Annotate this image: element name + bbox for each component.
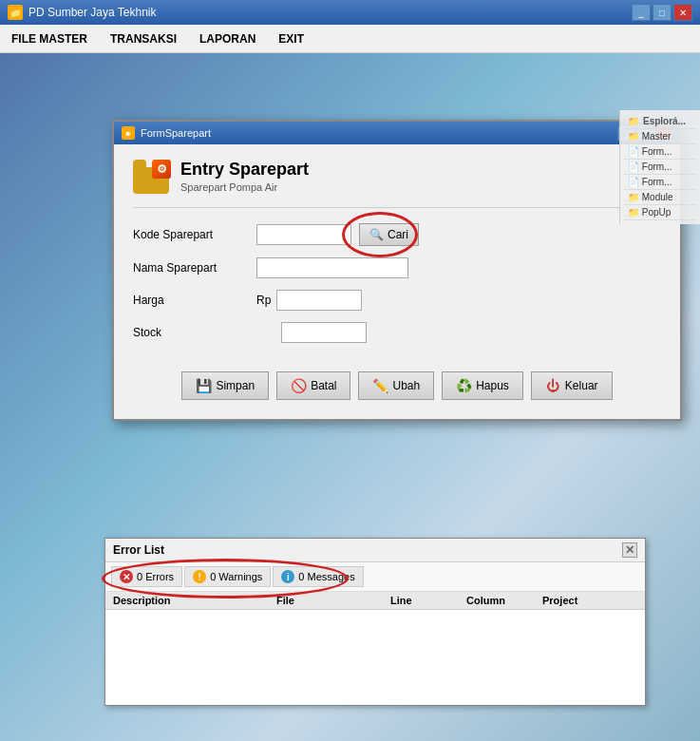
menu-exit[interactable]: EXIT [274, 30, 308, 48]
gear-icon: ⚙ [152, 160, 171, 179]
harga-label: Harga [133, 294, 256, 307]
nama-input[interactable] [256, 257, 408, 278]
col-column: Column [466, 595, 542, 606]
dialog-title: FormSparepart [141, 127, 211, 139]
stock-label: Stock [133, 326, 256, 339]
messages-icon: i [281, 570, 294, 583]
kode-input[interactable] [256, 224, 351, 245]
error-table-body [105, 610, 645, 705]
window-controls: _ □ ✕ [632, 4, 692, 21]
form-subheading: Sparepart Pompa Air [180, 181, 309, 193]
harga-input[interactable] [276, 290, 362, 311]
dialog-title-bar: ■ FormSparepart _ □ ✕ [114, 122, 680, 144]
error-panel-close-button[interactable]: ✕ [622, 542, 637, 558]
form-header: ⚙ Entry Sparepart Sparepart Pompa Air [133, 160, 661, 208]
col-description: Description [113, 595, 276, 606]
warnings-icon: ! [193, 570, 206, 583]
side-panel: 📁 Esplorá... 📁 Master 📄 Form... 📄 Form..… [619, 110, 700, 224]
side-item-1: 📁 Master [624, 129, 696, 144]
app-title: PD Sumber Jaya Tekhnik [28, 6, 157, 19]
main-area: ■ FormSparepart _ □ ✕ ⚙ Entry Sparepart … [0, 53, 700, 741]
cancel-icon: 🚫 [291, 378, 306, 393]
menu-laporan[interactable]: LAPORAN [196, 30, 259, 48]
col-line: Line [390, 595, 466, 606]
app-icon: 📁 [8, 5, 23, 20]
hapus-button[interactable]: ♻️ Hapus [442, 371, 523, 400]
minimize-button[interactable]: _ [632, 4, 651, 21]
delete-icon: ♻️ [456, 378, 471, 393]
messages-tab[interactable]: i 0 Messages [273, 566, 363, 587]
side-item-3: 📄 Form... [624, 160, 696, 175]
stock-row: Stock [133, 322, 661, 343]
action-buttons: 💾 Simpan 🚫 Batal ✏️ Ubah ♻️ Hapus ⏻ [133, 362, 661, 400]
warnings-count: 0 Warnings [210, 571, 262, 582]
menu-bar: FILE MASTER TRANSAKSI LAPORAN EXIT [0, 25, 700, 53]
side-item-4: 📄 Form... [624, 175, 696, 190]
ubah-button[interactable]: ✏️ Ubah [358, 371, 434, 400]
side-folder-item: 📁 Esplorá... [624, 114, 696, 129]
cari-highlight: 🔍 Cari [351, 223, 419, 246]
side-item-6: 📁 PopUp [624, 205, 696, 220]
col-project: Project [542, 595, 637, 606]
messages-count: 0 Messages [298, 571, 354, 582]
error-panel-title-text: Error List [113, 543, 164, 557]
nama-label: Nama Sparepart [133, 261, 256, 275]
menu-transaksi[interactable]: TRANSAKSI [106, 30, 180, 48]
dialog-icon: ■ [122, 126, 135, 140]
kode-label: Kode Sparepart [133, 228, 256, 241]
edit-icon: ✏️ [372, 378, 388, 393]
harga-row: Harga Rp [133, 290, 661, 311]
nama-row: Nama Sparepart [133, 257, 661, 278]
error-toolbar: ✕ 0 Errors ! 0 Warnings i 0 Messages [105, 562, 645, 592]
kode-row: Kode Sparepart 🔍 Cari [133, 223, 661, 246]
cari-button[interactable]: 🔍 Cari [359, 223, 419, 246]
rp-prefix: Rp [256, 294, 271, 307]
error-panel: Error List ✕ ✕ 0 Errors ! 0 Warnings i 0… [104, 538, 646, 706]
errors-icon: ✕ [120, 570, 133, 583]
errors-count: 0 Errors [137, 571, 174, 582]
close-button[interactable]: ✕ [673, 4, 692, 21]
form-heading: Entry Sparepart [180, 160, 309, 180]
save-icon: 💾 [196, 378, 211, 393]
warnings-tab[interactable]: ! 0 Warnings [184, 566, 271, 587]
dialog-body: ⚙ Entry Sparepart Sparepart Pompa Air Ko… [114, 144, 680, 419]
form-fields: Kode Sparepart 🔍 Cari Nama Sparepart [133, 223, 661, 343]
col-file: File [276, 595, 390, 606]
exit-icon: ⏻ [545, 378, 560, 393]
maximize-button[interactable]: □ [653, 4, 672, 21]
stock-input[interactable] [281, 322, 367, 343]
keluar-button[interactable]: ⏻ Keluar [531, 371, 613, 400]
error-table-header: Description File Line Column Project [105, 592, 645, 610]
menu-file-master[interactable]: FILE MASTER [8, 30, 91, 48]
side-item-5: 📁 Module [624, 190, 696, 205]
search-icon: 🔍 [369, 228, 384, 241]
title-bar: 📁 PD Sumber Jaya Tekhnik _ □ ✕ [0, 0, 700, 25]
form-sparepart-dialog: ■ FormSparepart _ □ ✕ ⚙ Entry Sparepart … [112, 120, 682, 421]
form-header-icon: ⚙ [133, 160, 171, 198]
side-item-2: 📄 Form... [624, 144, 696, 160]
errors-tab[interactable]: ✕ 0 Errors [111, 566, 182, 587]
batal-button[interactable]: 🚫 Batal [276, 371, 350, 400]
simpan-button[interactable]: 💾 Simpan [181, 371, 269, 400]
error-panel-title-bar: Error List ✕ [105, 539, 645, 562]
form-header-text: Entry Sparepart Sparepart Pompa Air [180, 160, 309, 193]
